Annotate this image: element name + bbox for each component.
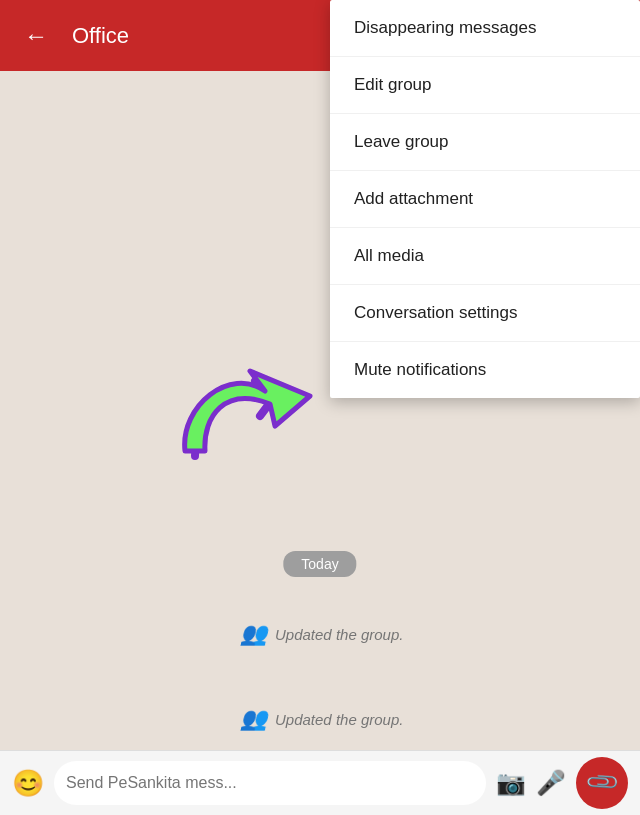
message-input[interactable] bbox=[54, 761, 486, 805]
app-container: ← Office Today 👥 Updated the group. 👥 Up… bbox=[0, 0, 640, 815]
today-badge: Today bbox=[283, 551, 356, 577]
menu-item-leave-group[interactable]: Leave group bbox=[330, 114, 640, 171]
mic-button[interactable]: 🎤 bbox=[536, 769, 566, 797]
system-message-1: 👥 Updated the group. bbox=[240, 621, 403, 647]
menu-item-conversation-settings[interactable]: Conversation settings bbox=[330, 285, 640, 342]
menu-item-mute-notifications[interactable]: Mute notifications bbox=[330, 342, 640, 398]
system-message-1-text: Updated the group. bbox=[275, 626, 403, 643]
group-icon-1: 👥 bbox=[240, 621, 267, 647]
attachment-icon: 📎 bbox=[583, 764, 620, 801]
group-icon-2: 👥 bbox=[240, 706, 267, 732]
menu-item-add-attachment[interactable]: Add attachment bbox=[330, 171, 640, 228]
arrow-annotation bbox=[155, 336, 355, 486]
menu-item-disappearing-messages[interactable]: Disappearing messages bbox=[330, 0, 640, 57]
input-bar: 😊 📷 🎤 📎 bbox=[0, 750, 640, 815]
dropdown-menu: Disappearing messages Edit group Leave g… bbox=[330, 0, 640, 398]
system-message-2-text: Updated the group. bbox=[275, 711, 403, 728]
attachment-fab[interactable]: 📎 bbox=[576, 757, 628, 809]
menu-item-all-media[interactable]: All media bbox=[330, 228, 640, 285]
back-button[interactable]: ← bbox=[16, 14, 56, 58]
camera-button[interactable]: 📷 bbox=[496, 769, 526, 797]
system-message-2: 👥 Updated the group. bbox=[240, 706, 403, 732]
menu-item-edit-group[interactable]: Edit group bbox=[330, 57, 640, 114]
emoji-button[interactable]: 😊 bbox=[12, 768, 44, 799]
